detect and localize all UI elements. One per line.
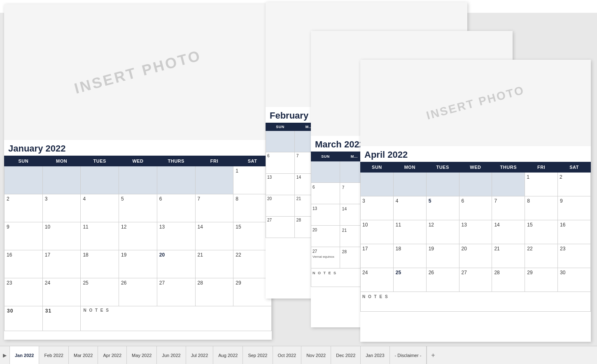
tab-nov-2022[interactable]: Nov 2022 [301, 346, 331, 364]
jan-cell-19[interactable]: 19 [119, 250, 157, 278]
main-content: 2022 PHOTO CALENDAR TEMPLATE INSERT PHOT… [0, 0, 597, 346]
jan-cell-empty [119, 166, 157, 194]
table-row: 10 11 12 13 14 15 16 [361, 220, 591, 244]
apr-header-sat: SAT [558, 162, 591, 173]
tab-apr-2022[interactable]: Apr 2022 [98, 346, 127, 364]
tab-feb-2022[interactable]: Feb 2022 [39, 346, 68, 364]
january-month-title: January 2022 [4, 140, 272, 156]
apr-header-tue: TUES [426, 162, 459, 173]
table-row: 23 24 25 26 27 28 29 [5, 278, 272, 306]
apr-header-fri: FRI [525, 162, 558, 173]
jan-cell-28[interactable]: 28 [195, 278, 233, 306]
april-photo-area[interactable]: INSERT PHOTO [360, 60, 591, 146]
jan-notes-cell[interactable]: N O T E S [81, 306, 272, 331]
jan-cell-9[interactable]: 9 [5, 222, 43, 250]
tab-mar-2022[interactable]: Mar 2022 [69, 346, 98, 364]
apr-header-mon: MON [393, 162, 426, 173]
january-calendar-grid: SUN MON TUES WED THURS FRI SAT [4, 156, 272, 331]
april-month-title: April 2022 [360, 146, 591, 162]
tab-add-button[interactable]: + [427, 346, 439, 364]
january-page: INSERT PHOTO January 2022 SUN MON TUES W… [4, 4, 272, 340]
table-row: N O T E S [361, 292, 591, 312]
jan-header-mon: MON [42, 156, 81, 166]
table-row: 3 4 5 6 7 8 9 [361, 196, 591, 220]
jan-cell-27[interactable]: 27 [157, 278, 195, 306]
jan-cell-5[interactable]: 5 [119, 194, 157, 222]
jan-cell-24[interactable]: 24 [42, 278, 81, 306]
jan-cell-18[interactable]: 18 [81, 250, 119, 278]
apr-header-thu: THURS [492, 162, 525, 173]
jan-cell-30[interactable]: 30 [5, 306, 43, 331]
jan-cell-14[interactable]: 14 [195, 222, 233, 250]
table-row: 1 2 [361, 173, 591, 196]
jan-cell-empty [5, 166, 43, 194]
tab-scroll-left[interactable]: ▶ [0, 346, 10, 364]
jan-cell-31[interactable]: 31 [42, 306, 81, 331]
jan-header-sun: SUN [5, 156, 43, 166]
apr-header-sun: SUN [361, 162, 394, 173]
tab-disclaimer[interactable]: - Disclaimer - [390, 346, 427, 364]
jan-cell-2[interactable]: 2 [5, 194, 43, 222]
jan-cell-empty [42, 166, 81, 194]
jan-cell-17[interactable]: 17 [42, 250, 81, 278]
tab-bar: ▶ Jan 2022 Feb 2022 Mar 2022 Apr 2022 Ma… [0, 346, 597, 364]
jan-cell-13[interactable]: 13 [157, 222, 195, 250]
april-page: INSERT PHOTO April 2022 SUN MON TUES WED… [360, 60, 591, 342]
tab-oct-2022[interactable]: Oct 2022 [273, 346, 302, 364]
tab-jan-2022[interactable]: Jan 2022 [10, 346, 39, 364]
jan-cell-20[interactable]: 20 [157, 250, 195, 278]
feb-header-sun: SUN [266, 123, 295, 131]
jan-cell-26[interactable]: 26 [119, 278, 157, 306]
jan-cell-16[interactable]: 16 [5, 250, 43, 278]
jan-cell-3[interactable]: 3 [42, 194, 81, 222]
tab-aug-2022[interactable]: Aug 2022 [213, 346, 243, 364]
jan-cell-7[interactable]: 7 [195, 194, 233, 222]
jan-cell-25[interactable]: 25 [81, 278, 119, 306]
jan-cell-4[interactable]: 4 [81, 194, 119, 222]
table-row: 1 [5, 166, 272, 194]
table-row: 16 17 18 19 20 21 22 [5, 250, 272, 278]
jan-cell-6[interactable]: 6 [157, 194, 195, 222]
jan-cell-empty [157, 166, 195, 194]
jan-header-fri: FRI [195, 156, 233, 166]
tab-jan-2023[interactable]: Jan 2023 [361, 346, 389, 364]
tab-may-2022[interactable]: May 2022 [127, 346, 157, 364]
jan-cell-23[interactable]: 23 [5, 278, 43, 306]
jan-cell-21[interactable]: 21 [195, 250, 233, 278]
tab-jun-2022[interactable]: Jun 2022 [157, 346, 186, 364]
jan-cell-12[interactable]: 12 [119, 222, 157, 250]
jan-cell-11[interactable]: 11 [81, 222, 119, 250]
january-photo-area[interactable]: INSERT PHOTO [4, 4, 272, 140]
table-row: 9 10 11 12 13 14 15 [5, 222, 272, 250]
tab-jul-2022[interactable]: Jul 2022 [186, 346, 214, 364]
jan-cell-empty [81, 166, 119, 194]
apr-header-wed: WED [459, 162, 492, 173]
tab-dec-2022[interactable]: Dec 2022 [331, 346, 361, 364]
jan-header-tue: TUES [81, 156, 119, 166]
table-row: 17 18 19 20 21 22 23 [361, 244, 591, 268]
april-calendar-grid: SUN MON TUES WED THURS FRI SAT 1 [360, 162, 591, 312]
table-row: 2 3 4 5 6 7 8 [5, 194, 272, 222]
jan-header-thu: THURS [157, 156, 195, 166]
tab-sep-2022[interactable]: Sep 2022 [243, 346, 273, 364]
mar-header-sun: SUN [311, 152, 340, 161]
jan-header-wed: WED [119, 156, 157, 166]
april-photo-text: INSERT PHOTO [425, 84, 526, 122]
january-photo-text: INSERT PHOTO [72, 47, 203, 98]
jan-cell-10[interactable]: 10 [42, 222, 81, 250]
table-row: 30 31 N O T E S [5, 306, 272, 331]
table-row: 24 25 26 27 28 29 30 [361, 268, 591, 292]
jan-cell-empty [195, 166, 233, 194]
